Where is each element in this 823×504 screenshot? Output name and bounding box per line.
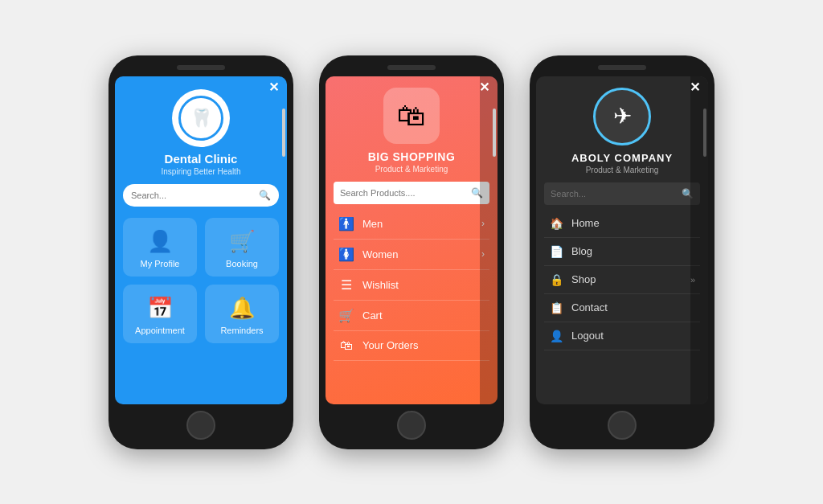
shopping-search-bar[interactable]: 🔍 xyxy=(334,182,489,204)
orders-icon: 🛍 xyxy=(338,338,354,353)
phone-aboly: ✕ ✈ ABOLY COMPANY Product & Marketing 🔍 … xyxy=(530,55,714,449)
nav-item-orders[interactable]: 🛍 Your Orders xyxy=(334,331,489,361)
shopping-nav-list: 🚹 Men › 🚺 Women › ☰ Wishlist 🛒 xyxy=(334,209,489,361)
aboly-content: ✕ ✈ ABOLY COMPANY Product & Marketing 🔍 … xyxy=(536,76,708,404)
close-button[interactable]: ✕ xyxy=(268,81,279,94)
home-icon: 🏠 xyxy=(549,217,563,230)
nav-item-shop[interactable]: 🔒 Shop » xyxy=(544,266,700,294)
wishlist-label: Wishlist xyxy=(362,279,399,291)
logout-label: Logout xyxy=(571,330,604,342)
aboly-icon: ✈ xyxy=(613,103,632,129)
booking-icon: 🛒 xyxy=(229,229,255,254)
dental-screen: ✕ 🦷 Dental Clinic Inspiring Better Healt… xyxy=(115,76,287,404)
phones-container: ✕ 🦷 Dental Clinic Inspiring Better Healt… xyxy=(0,39,823,465)
shopping-subtitle: Product & Marketing xyxy=(375,165,448,174)
phone-shopping: ✕ 🛍 BIG SHOPPING Product & Marketing 🔍 🚹… xyxy=(319,55,504,449)
dental-subtitle: Inspiring Better Health xyxy=(162,167,241,176)
aboly-logo: ✈ xyxy=(593,88,651,145)
dental-logo-inner: 🦷 xyxy=(178,96,223,141)
shopping-logo-box: 🛍 xyxy=(383,88,440,144)
phone-dental: ✕ 🦷 Dental Clinic Inspiring Better Healt… xyxy=(109,55,293,449)
reminders-label: Reminders xyxy=(220,326,263,335)
cart-label: Cart xyxy=(362,309,383,322)
booking-label: Booking xyxy=(226,259,258,268)
shopping-screen: ✕ 🛍 BIG SHOPPING Product & Marketing 🔍 🚹… xyxy=(326,76,497,404)
menu-item-my-profile[interactable]: 👤 My Profile xyxy=(123,218,197,277)
appointment-label: Appointment xyxy=(135,326,185,335)
dental-logo: 🦷 xyxy=(172,89,230,147)
shopping-content: ✕ 🛍 BIG SHOPPING Product & Marketing 🔍 🚹… xyxy=(326,76,497,404)
nav-item-men[interactable]: 🚹 Men › xyxy=(334,209,489,240)
shopping-search-input[interactable] xyxy=(340,188,471,198)
close-button-3[interactable]: ✕ xyxy=(690,81,700,94)
logout-icon: 👤 xyxy=(549,330,563,342)
aboly-subtitle: Product & Marketing xyxy=(586,166,659,174)
dental-title: Dental Clinic xyxy=(165,152,238,166)
contact-icon: 📋 xyxy=(549,301,563,314)
scroll-bar-3[interactable] xyxy=(703,109,706,157)
women-icon: 🚺 xyxy=(338,247,354,262)
menu-item-appointment[interactable]: 📅 Appointment xyxy=(123,285,197,343)
scroll-bar[interactable] xyxy=(282,109,285,157)
search-icon: 🔍 xyxy=(259,190,271,201)
shopping-title: BIG SHOPPING xyxy=(368,150,456,163)
aboly-search-bar[interactable]: 🔍 xyxy=(544,182,700,205)
appointment-icon: 📅 xyxy=(147,296,173,321)
dental-search-input[interactable] xyxy=(131,191,259,200)
home-label: Home xyxy=(571,217,600,229)
menu-item-reminders[interactable]: 🔔 Reminders xyxy=(205,285,279,343)
women-label: Women xyxy=(362,248,399,260)
men-icon: 🚹 xyxy=(338,216,354,232)
nav-item-women[interactable]: 🚺 Women › xyxy=(334,240,489,270)
nav-item-contact[interactable]: 📋 Contact xyxy=(544,294,700,322)
shopping-bag-icon: 🛍 xyxy=(397,99,426,133)
shop-label: Shop xyxy=(571,273,596,285)
men-label: Men xyxy=(362,218,383,230)
dental-menu-grid: 👤 My Profile 🛒 Booking 📅 Appointment 🔔 R… xyxy=(123,218,279,343)
dental-content: ✕ 🦷 Dental Clinic Inspiring Better Healt… xyxy=(115,76,287,404)
orders-label: Your Orders xyxy=(362,339,419,351)
aboly-search-input[interactable] xyxy=(551,189,682,199)
nav-item-wishlist[interactable]: ☰ Wishlist xyxy=(334,270,489,301)
nav-item-cart[interactable]: 🛒 Cart xyxy=(334,301,489,331)
shop-icon: 🔒 xyxy=(549,273,563,286)
dental-search-bar[interactable]: 🔍 xyxy=(123,184,279,207)
profile-icon: 👤 xyxy=(147,229,173,254)
tooth-icon: 🦷 xyxy=(190,108,212,129)
nav-item-home[interactable]: 🏠 Home xyxy=(544,210,700,238)
aboly-nav-list: 🏠 Home 📄 Blog 🔒 Shop » 📋 Contact xyxy=(544,210,700,350)
nav-item-logout[interactable]: 👤 Logout xyxy=(544,322,700,350)
profile-label: My Profile xyxy=(141,259,180,268)
scroll-bar-2[interactable] xyxy=(493,109,496,157)
contact-label: Contact xyxy=(571,301,608,313)
nav-item-blog[interactable]: 📄 Blog xyxy=(544,238,700,266)
reminders-icon: 🔔 xyxy=(229,296,255,321)
menu-item-booking[interactable]: 🛒 Booking xyxy=(205,218,279,277)
blog-label: Blog xyxy=(571,245,592,257)
close-button-2[interactable]: ✕ xyxy=(479,81,489,94)
wishlist-icon: ☰ xyxy=(338,277,354,293)
aboly-screen: ✕ ✈ ABOLY COMPANY Product & Marketing 🔍 … xyxy=(536,76,708,404)
aboly-title: ABOLY COMPANY xyxy=(571,152,673,164)
blog-icon: 📄 xyxy=(549,245,563,258)
cart-icon: 🛒 xyxy=(338,308,354,323)
